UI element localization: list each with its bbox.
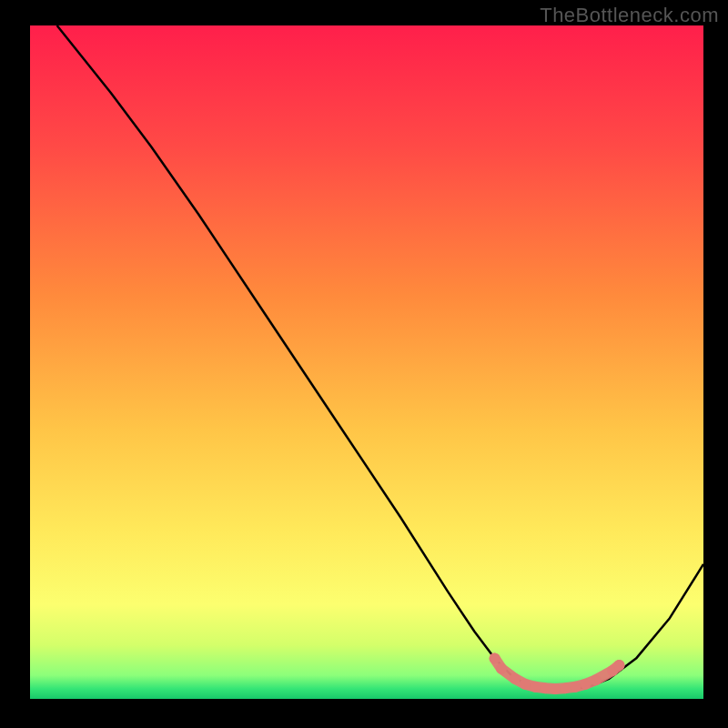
valley-marker-dot [614, 660, 625, 671]
gradient-background [30, 25, 703, 699]
valley-marker-dot [540, 682, 551, 693]
valley-marker-dot [570, 682, 581, 693]
chart-frame: TheBottleneck.com [0, 0, 728, 728]
watermark-text: TheBottleneck.com [540, 4, 719, 27]
valley-marker-dot [560, 682, 571, 693]
valley-marker-dot [490, 653, 500, 664]
valley-marker-dot [591, 674, 602, 685]
valley-marker-dot [550, 683, 561, 694]
valley-marker-dot [496, 663, 507, 674]
valley-marker-dot [510, 673, 521, 684]
valley-marker-dot [530, 682, 541, 693]
valley-marker-dot [581, 679, 592, 690]
chart-plot-area [30, 25, 703, 699]
valley-marker-dot [520, 679, 531, 690]
chart-svg [30, 25, 703, 699]
